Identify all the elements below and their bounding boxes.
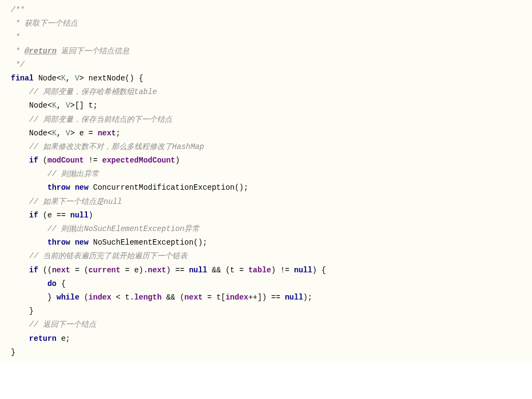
javadoc-line: * @return 返回下一个结点信息 xyxy=(11,47,129,55)
brace: } xyxy=(29,307,34,315)
brace: } xyxy=(11,348,15,357)
comment-line: // 局部变量，保存哈希桶数组table xyxy=(29,88,157,96)
code-pre: /** * 获取下一个结点 * * @return 返回下一个结点信息 */ f… xyxy=(0,3,532,359)
comment-line: // 如果修改次数不对，那么多线程修改了HashMap xyxy=(29,142,204,151)
throw-statement: throw new ConcurrentModificationExceptio… xyxy=(47,183,248,192)
javadoc-line: * 获取下一个结点 xyxy=(11,19,78,28)
comment-line: // 局部变量，保存当前结点的下一个结点 xyxy=(29,115,172,124)
var-decl: Node<K, V>[] t; xyxy=(29,101,98,110)
while-statement: } while (index < t.length && (next = t[i… xyxy=(47,293,312,302)
comment-line: // 则抛出NoSuchElementException异常 xyxy=(47,225,199,233)
do-statement: do { xyxy=(47,279,66,288)
code-block: /** * 获取下一个结点 * * @return 返回下一个结点信息 */ f… xyxy=(0,0,532,363)
comment-line: // 返回下一个结点 xyxy=(29,320,96,329)
method-signature: final Node<K, V> nextNode() { xyxy=(11,74,143,83)
if-statement: if ((next = (current = e).next) == null … xyxy=(29,266,326,275)
if-statement: if (e == null) xyxy=(29,211,93,220)
if-statement: if (modCount != expectedModCount) xyxy=(29,156,180,165)
javadoc-line: */ xyxy=(11,60,24,69)
comment-line: // 当前的链表遍历完了就开始遍历下一个链表 xyxy=(29,252,187,260)
comment-line: // 如果下一个结点是null xyxy=(29,197,122,206)
javadoc-return-tag: @return xyxy=(24,47,57,55)
var-decl: Node<K, V> e = next; xyxy=(29,129,121,138)
return-statement: return e; xyxy=(29,334,71,343)
comment-line: // 则抛出异常 xyxy=(47,170,99,178)
javadoc-line: /** xyxy=(11,5,24,14)
throw-statement: throw new NoSuchElementException(); xyxy=(47,238,207,247)
javadoc-line: * xyxy=(11,33,20,41)
